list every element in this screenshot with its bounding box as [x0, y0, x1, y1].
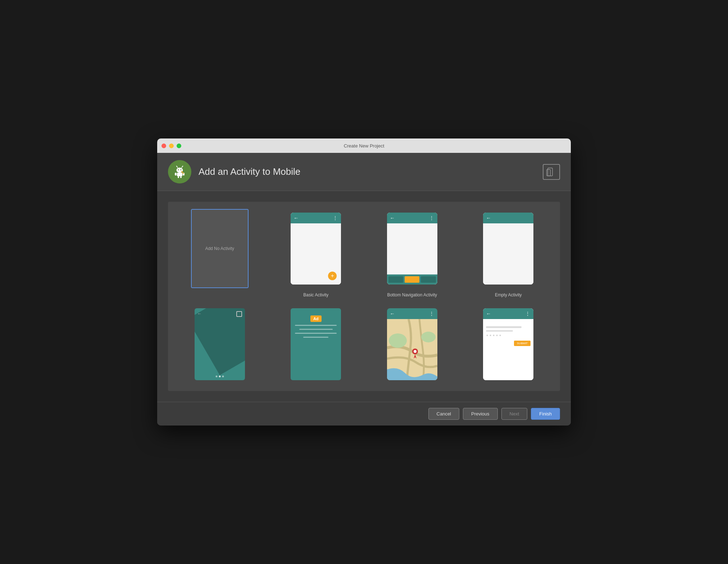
activity-basic[interactable]: ← ⋮ + Basic Activity: [272, 209, 361, 297]
android-logo: [168, 160, 191, 183]
empty-activity-preview: ←: [479, 209, 537, 288]
svg-point-3: [181, 169, 182, 170]
fullscreen-preview: ←: [191, 305, 249, 384]
bottom-nav-preview: ← ⋮: [383, 209, 441, 288]
finish-button[interactable]: Finish: [531, 408, 560, 420]
titlebar: Create New Project: [157, 138, 571, 153]
next-button: Next: [501, 408, 528, 420]
svg-point-5: [176, 166, 177, 167]
cancel-button[interactable]: Cancel: [428, 408, 459, 420]
svg-point-7: [182, 166, 183, 167]
svg-point-17: [421, 332, 436, 342]
activity-fullscreen[interactable]: ←: [175, 305, 264, 384]
activities-container: Add No Activity ← ⋮ +: [168, 202, 560, 391]
page-title: Add an Activity to Mobile: [199, 166, 300, 177]
activities-grid: Add No Activity ← ⋮ +: [175, 209, 553, 384]
header-left: Add an Activity to Mobile: [168, 160, 300, 183]
svg-rect-9: [175, 173, 177, 176]
activity-admob[interactable]: Ad: [272, 305, 361, 384]
no-activity-preview: Add No Activity: [191, 209, 249, 288]
activity-empty[interactable]: ← Empty Activity: [464, 209, 553, 297]
svg-rect-14: [547, 169, 550, 176]
svg-point-16: [389, 333, 407, 348]
svg-rect-11: [178, 176, 179, 178]
page-header: Add an Activity to Mobile: [157, 153, 571, 191]
previous-button[interactable]: Previous: [463, 408, 498, 420]
content-area: Add No Activity ← ⋮ +: [157, 191, 571, 402]
maximize-button[interactable]: [177, 144, 181, 148]
phone-icon: [546, 167, 556, 177]
device-icon: [543, 164, 560, 180]
android-icon: [172, 164, 188, 180]
activity-bottom-nav[interactable]: ← ⋮ Bottom Navigation Activity: [368, 209, 457, 297]
main-window: Create New Project: [157, 138, 571, 426]
traffic-lights: [161, 144, 181, 148]
svg-rect-8: [177, 173, 182, 176]
no-activity-label: Add No Activity: [205, 246, 234, 251]
login-preview: ← ⋮ ★ ★ ★ ★ ★: [479, 305, 537, 384]
basic-activity-preview: ← ⋮ +: [287, 209, 345, 288]
maps-preview: ← ⋮: [383, 305, 441, 384]
basic-activity-label: Basic Activity: [303, 292, 328, 297]
window-title: Create New Project: [344, 143, 385, 149]
minimize-button[interactable]: [169, 144, 174, 148]
empty-activity-label: Empty Activity: [495, 292, 522, 297]
admob-preview: Ad: [287, 305, 345, 384]
activity-login[interactable]: ← ⋮ ★ ★ ★ ★ ★: [464, 305, 553, 384]
close-button[interactable]: [161, 144, 166, 148]
svg-rect-12: [180, 176, 182, 178]
svg-point-2: [178, 169, 179, 170]
svg-point-19: [414, 350, 417, 353]
activity-maps[interactable]: ← ⋮: [368, 305, 457, 384]
activity-no-activity[interactable]: Add No Activity: [175, 209, 264, 297]
footer: Cancel Previous Next Finish: [157, 402, 571, 426]
bottom-nav-label: Bottom Navigation Activity: [387, 292, 437, 297]
